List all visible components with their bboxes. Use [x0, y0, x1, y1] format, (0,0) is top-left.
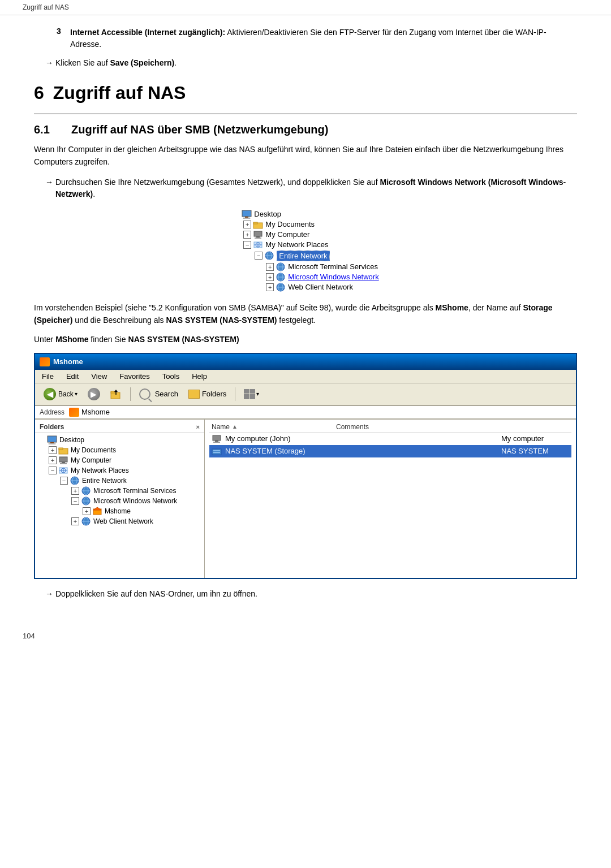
arrow2-text: Doppelklicken Sie auf den NAS-Ordner, um…	[55, 588, 257, 600]
forward-icon: ▶	[88, 388, 100, 400]
tree-item-mshome: + Mshome	[37, 506, 202, 516]
computer-content-icon	[212, 434, 222, 443]
folder-up-icon	[110, 389, 122, 399]
folder-icon	[253, 220, 263, 229]
section-text: Zugriff auf NAS über SMB (Netzwerkumgebu…	[71, 123, 328, 136]
svg-marker-27	[114, 390, 118, 392]
explorer-window: Mshome File Edit View Favorites Tools He…	[34, 353, 577, 579]
explorer-title: Mshome	[53, 357, 83, 366]
arrow1-text: Durchsuchen Sie Ihre Netzwerkumgebung (G…	[55, 178, 380, 187]
chapter-number: 6	[34, 83, 44, 103]
svg-rect-7	[255, 237, 261, 239]
menu-help[interactable]: Help	[190, 371, 209, 382]
menu-edit[interactable]: Edit	[64, 371, 81, 382]
tree-item[interactable]: + Microsoft Windows Network	[232, 272, 378, 282]
globe-icon	[81, 496, 91, 506]
chapter-text: Zugriff auf NAS	[53, 83, 186, 103]
tree-structure-1: Desktop + My Documents + My Compu	[232, 209, 378, 292]
views-chevron: ▾	[256, 391, 259, 397]
explorer-tree: Desktop + My Documents +	[35, 433, 204, 529]
content-item-nassystem[interactable]: NAS SYSTEM (Storage) NAS SYSTEM	[209, 445, 571, 457]
network-icon	[253, 240, 263, 249]
svg-rect-25	[111, 391, 115, 393]
arrow-bold: Save (Speichern)	[110, 58, 175, 67]
svg-rect-24	[111, 392, 120, 399]
body2-bold1: MShome	[436, 303, 468, 312]
views-icon	[244, 389, 255, 399]
svg-rect-4	[253, 222, 257, 224]
back-label: Back	[58, 390, 74, 398]
tree-item: + Microsoft Terminal Services	[232, 262, 378, 272]
chapter-divider	[34, 114, 577, 114]
forward-button[interactable]: ▶	[84, 386, 104, 403]
section-number: 6.1	[34, 123, 62, 136]
content-header: Name ▲ Comments	[209, 422, 571, 433]
tree-item: Desktop	[232, 209, 378, 219]
computer-icon	[58, 456, 68, 465]
arrow-text: Klicken Sie auf	[55, 58, 110, 67]
search-button[interactable]: Search	[135, 386, 182, 402]
search-icon	[139, 388, 150, 400]
menu-tools[interactable]: Tools	[160, 371, 182, 382]
svg-rect-59	[213, 452, 220, 453]
svg-rect-29	[50, 442, 54, 443]
mshome-icon	[92, 507, 102, 516]
back-icon: ◀	[44, 388, 56, 400]
svg-rect-0	[242, 210, 251, 217]
tree-item: − My Network Places	[232, 240, 378, 250]
desktop-icon	[47, 435, 57, 444]
svg-rect-55	[215, 441, 218, 442]
folders-button[interactable]: Folders	[184, 387, 230, 401]
explorer-titlebar: Mshome	[35, 354, 576, 370]
explorer-menubar: File Edit View Favorites Tools Help	[35, 370, 576, 383]
tree-item: Desktop	[37, 435, 202, 445]
tree-item: + Microsoft Terminal Services	[37, 486, 202, 496]
tree-item-entire-network: − Entire Network	[232, 250, 378, 262]
name-col-label: Name	[212, 423, 230, 431]
address-icon	[69, 408, 79, 417]
tree-item: + Web Client Network	[37, 516, 202, 526]
folders-close-button[interactable]: ×	[196, 424, 200, 430]
folders-icon	[188, 390, 200, 399]
globe-icon	[276, 273, 286, 282]
entire-network-label: Entire Network	[277, 251, 329, 261]
computer-icon	[253, 230, 263, 239]
globe-icon	[276, 262, 286, 271]
content-item-mycomputer[interactable]: My computer (John) My computer	[209, 433, 571, 445]
tree-item: − Microsoft Windows Network	[37, 496, 202, 506]
svg-rect-5	[254, 231, 262, 236]
svg-rect-2	[243, 218, 250, 219]
mswindows-link[interactable]: Microsoft Windows Network	[288, 273, 378, 281]
folder-up-button[interactable]	[106, 387, 126, 401]
network-tree-1: Desktop + My Documents + My Compu	[34, 209, 577, 292]
col-comments-header: Comments	[336, 423, 404, 431]
toolbar-separator-1	[130, 387, 131, 401]
globe-icon	[264, 251, 274, 260]
page-footer: 104	[0, 628, 611, 644]
folders-panel-title: Folders	[40, 423, 64, 431]
menu-view[interactable]: View	[89, 371, 109, 382]
body-paragraph-2: Im vorstehenden Beispiel (siehe "5.2 Kon…	[34, 301, 577, 327]
breadcrumb: Zugriff auf NAS	[0, 0, 611, 15]
tree-item: + My Computer	[232, 230, 378, 240]
tree-item: + My Documents	[232, 219, 378, 230]
search-label: Search	[155, 390, 178, 398]
address-bar: Address Mshome	[35, 405, 576, 420]
svg-rect-33	[59, 457, 67, 462]
back-chevron: ▾	[75, 391, 78, 397]
menu-file[interactable]: File	[40, 371, 56, 382]
globe-icon	[276, 283, 286, 292]
svg-rect-56	[213, 442, 220, 443]
folder-icon	[58, 446, 68, 455]
back-button[interactable]: ◀ Back ▾	[40, 386, 81, 403]
globe-icon	[81, 517, 91, 526]
globe-icon	[70, 476, 80, 485]
views-button[interactable]: ▾	[240, 387, 263, 401]
nas-content-icon	[212, 447, 222, 456]
menu-favorites[interactable]: Favorites	[117, 371, 152, 382]
col-name-header: Name ▲	[212, 423, 325, 431]
address-label: Address	[40, 408, 64, 416]
item-number: 3	[57, 27, 70, 50]
folders-panel-header: Folders ×	[35, 422, 204, 433]
item-content: Internet Accessible (Internet zugänglich…	[70, 27, 577, 50]
